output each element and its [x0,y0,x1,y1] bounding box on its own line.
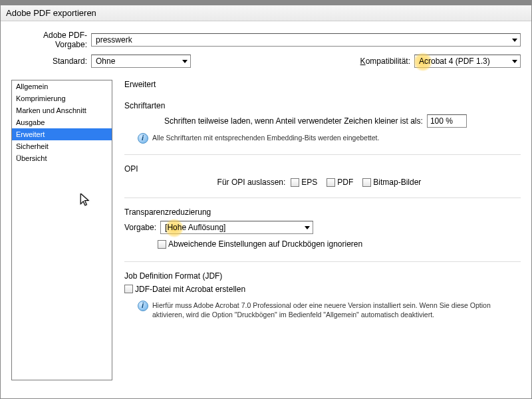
transparency-title: Transparenzreduzierung [124,207,521,217]
chevron-down-icon [305,226,310,229]
opi-section: OPI Für OPI auslassen: EPS PDF Bitmap-Bi… [124,164,521,198]
ignore-overrides-checkbox[interactable]: Abweichende Einstellungen auf Druckbögen… [158,239,362,249]
sidebar-item-allgemein[interactable]: Allgemein [12,80,112,92]
transparency-preset-select[interactable]: [Hohe Auflösung] [160,221,313,234]
info-icon [138,301,148,311]
fonts-info-text: Alle Schriftarten mit entsprechenden Emb… [152,133,379,142]
sidebar: Allgemein Komprimierung Marken und Ansch… [11,80,112,380]
sidebar-item-erweitert[interactable]: Erweitert [12,128,112,140]
content-heading: Erweitert [124,80,521,89]
export-pdf-dialog: Adobe PDF exportieren Adobe PDF-Vorgabe:… [0,5,532,399]
jdf-title: Job Definition Format (JDF) [124,271,521,281]
transparency-preset-label: Vorgabe: [124,223,160,232]
opi-omit-label: Für OPI auslassen: [217,178,286,187]
content-panel: Erweitert Schriftarten Schriften teilwei… [112,80,521,380]
standard-label: Standard: [11,57,91,66]
info-icon [138,133,148,144]
standard-value: Ohne [96,57,115,66]
chevron-down-icon [512,39,517,42]
transparency-preset-value: [Hohe Auflösung] [165,223,225,232]
dialog-title: Adobe PDF exportieren [1,5,531,21]
sidebar-item-uebersicht[interactable]: Übersicht [12,152,112,164]
transparency-section: Transparenzreduzierung Vorgabe: [Hohe Au… [124,207,521,262]
opi-title: OPI [124,164,521,174]
sidebar-item-marken[interactable]: Marken und Anschnitt [12,104,112,116]
opi-pdf-checkbox[interactable]: PDF [327,178,353,187]
top-controls: Adobe PDF-Vorgabe: presswerk Standard: O… [1,21,531,80]
jdf-section: Job Definition Format (JDF) JDF-Datei mi… [124,271,521,331]
jdf-create-checkbox[interactable]: JDF-Datei mit Acrobat erstellen [124,285,245,294]
chevron-down-icon [182,60,188,63]
sidebar-item-komprimierung[interactable]: Komprimierung [12,92,112,104]
sidebar-item-ausgabe[interactable]: Ausgabe [12,116,112,128]
compat-value: Acrobat 4 (PDF 1.3) [419,57,490,66]
pdf-preset-select[interactable]: presswerk [91,33,521,47]
opi-bitmap-checkbox[interactable]: Bitmap-Bilder [362,178,421,187]
sidebar-item-sicherheit[interactable]: Sicherheit [12,140,112,152]
subset-label: Schriften teilweise laden, wenn Anteil v… [164,116,427,126]
fonts-section: Schriftarten Schriften teilweise laden, … [124,101,521,155]
preset-label: Adobe PDF-Vorgabe: [11,31,91,49]
fonts-title: Schriftarten [124,101,521,110]
subset-percent-input[interactable]: 100 % [427,114,467,128]
compat-select[interactable]: Acrobat 4 (PDF 1.3) [414,55,521,68]
standard-select[interactable]: Ohne [91,55,191,68]
jdf-info-text: Hierfür muss Adobe Acrobat 7.0 Professio… [152,301,521,319]
opi-eps-checkbox[interactable]: EPS [291,178,317,187]
chevron-down-icon [512,60,517,63]
pdf-preset-value: presswerk [96,35,132,45]
compat-label: Kompatibilität: [360,57,414,66]
